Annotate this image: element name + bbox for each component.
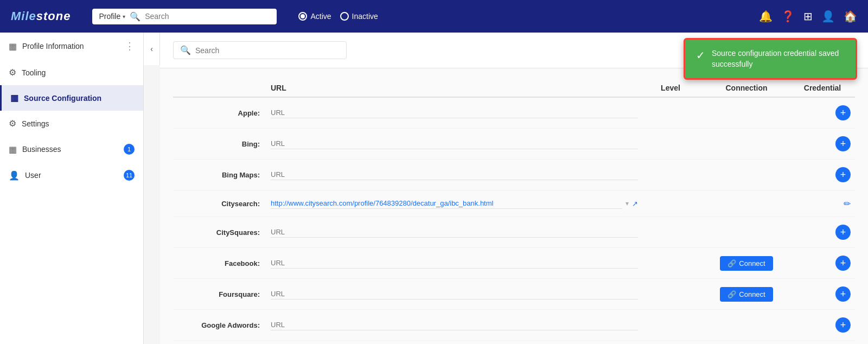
bell-icon[interactable]: 🔔: [759, 10, 773, 23]
url-input[interactable]: [271, 289, 638, 300]
source-name: Google Adwords:: [173, 321, 271, 329]
table-row: Foursquare: 🔗 Connect +: [173, 279, 855, 310]
add-credential-button[interactable]: +: [835, 286, 851, 302]
header-level: Level: [638, 84, 703, 92]
sidebar-item-profile-information[interactable]: ▦ Profile Information ⋮: [0, 33, 143, 60]
toast-check-icon: ✓: [696, 49, 705, 62]
connect-label: Connect: [739, 259, 765, 267]
table-header: URL Level Connection Credential: [173, 79, 855, 98]
add-credential-button[interactable]: +: [835, 136, 851, 151]
tooling-icon: ⚙: [9, 67, 16, 78]
businesses-badge: 1: [124, 144, 135, 155]
apps-icon[interactable]: ⊞: [803, 10, 813, 23]
source-config-icon: ▦: [10, 93, 18, 103]
header-credential: Credential: [790, 84, 855, 92]
credential-cell: +: [790, 286, 855, 302]
profile-dropdown[interactable]: Profile ▾: [99, 12, 125, 21]
table-row: Apple: +: [173, 98, 855, 129]
sidebar: ▦ Profile Information ⋮ ⚙ Tooling ▦ Sour…: [0, 33, 144, 344]
url-input[interactable]: [271, 258, 638, 269]
profile-information-icon: ▦: [9, 41, 17, 52]
credential-cell: +: [790, 317, 855, 333]
credential-cell: +: [790, 105, 855, 120]
dropdown-arrow-icon[interactable]: ▾: [626, 200, 629, 207]
sidebar-item-label: Profile Information: [22, 42, 84, 50]
settings-icon: ⚙: [9, 118, 16, 129]
sidebar-item-tooling[interactable]: ⚙ Tooling: [0, 60, 143, 85]
sidebar-item-settings[interactable]: ⚙ Settings: [0, 111, 143, 136]
url-cell: [271, 320, 638, 330]
connection-cell: 🔗 Connect: [703, 287, 790, 302]
table-row: Google Adwords: +: [173, 310, 855, 341]
active-label: Active: [310, 12, 331, 21]
table-row: Bing: +: [173, 129, 855, 160]
add-credential-button[interactable]: +: [835, 167, 851, 182]
sidebar-item-source-configuration[interactable]: ▦ Source Configuration: [0, 85, 143, 111]
url-input[interactable]: [271, 227, 638, 238]
sidebar-item-label: Settings: [22, 119, 49, 128]
source-name: Citysearch:: [173, 200, 271, 208]
user-account-icon[interactable]: 👤: [821, 10, 835, 23]
businesses-icon: ▦: [9, 144, 17, 155]
help-icon[interactable]: ❓: [781, 10, 795, 23]
profile-label: Profile: [99, 12, 120, 21]
source-name: Facebook:: [173, 259, 271, 267]
toast-notification: ✓ Source configuration credential saved …: [684, 38, 857, 80]
topnav: Milestone Profile ▾ 🔍 Active Inactive 🔔 …: [0, 0, 868, 33]
more-options-icon[interactable]: ⋮: [125, 40, 135, 52]
header-url: URL: [271, 84, 638, 92]
table-row: CitySquares: +: [173, 217, 855, 248]
sidebar-item-label: User: [25, 171, 41, 180]
url-actions: ▾ ↗: [626, 200, 638, 208]
connect-button[interactable]: 🔗 Connect: [720, 287, 773, 302]
connection-cell: 🔗 Connect: [703, 256, 790, 271]
url-cell: [271, 289, 638, 300]
connect-button[interactable]: 🔗 Connect: [720, 256, 773, 271]
sidebar-item-label: Tooling: [22, 68, 46, 77]
sidebar-item-businesses[interactable]: ▦ Businesses 1: [0, 136, 143, 162]
user-icon: 👤: [9, 170, 20, 181]
url-cell: [271, 227, 638, 238]
url-value: http://www.citysearch.com/profile/764839…: [271, 198, 622, 209]
url-cell: [271, 138, 638, 149]
add-credential-button[interactable]: +: [835, 225, 851, 240]
add-credential-button[interactable]: +: [835, 317, 851, 333]
add-credential-button[interactable]: +: [835, 105, 851, 120]
table-row: Citysearch: http://www.citysearch.com/pr…: [173, 190, 855, 217]
header-connection: Connection: [703, 84, 790, 92]
credential-cell: +: [790, 256, 855, 271]
url-cell: [271, 258, 638, 269]
connect-link-icon: 🔗: [727, 290, 736, 298]
url-input[interactable]: [271, 169, 638, 180]
search-input[interactable]: [195, 46, 336, 55]
active-radio[interactable]: Active: [298, 12, 331, 21]
search-bar: 🔍: [173, 41, 347, 59]
edit-credential-button[interactable]: ✏: [844, 199, 851, 209]
table-row: Bing Maps: +: [173, 160, 855, 190]
global-search-input[interactable]: [145, 12, 253, 21]
sidebar-item-label: Source Configuration: [24, 94, 101, 103]
search-bar-icon: 🔍: [180, 45, 191, 55]
url-input[interactable]: [271, 320, 638, 330]
url-input[interactable]: [271, 138, 638, 149]
source-name: Apple:: [173, 109, 271, 117]
source-name: Foursquare:: [173, 290, 271, 298]
inactive-radio[interactable]: Inactive: [340, 12, 378, 21]
source-name: CitySquares:: [173, 228, 271, 237]
header-source: [173, 84, 271, 92]
home-icon[interactable]: 🏠: [844, 10, 857, 23]
profile-search-area: Profile ▾ 🔍: [92, 9, 277, 24]
sidebar-item-user[interactable]: 👤 User 11: [0, 162, 143, 188]
url-input[interactable]: [271, 107, 638, 118]
credential-cell: +: [790, 136, 855, 151]
search-icon: 🔍: [130, 11, 141, 22]
add-credential-button[interactable]: +: [835, 256, 851, 271]
connect-label: Connect: [739, 290, 765, 298]
external-link-icon[interactable]: ↗: [632, 200, 638, 208]
table-row: Google Analytics: 🔗 Connect +: [173, 341, 855, 344]
source-name: Bing:: [173, 140, 271, 148]
collapse-icon: ‹: [150, 44, 153, 53]
connect-link-icon: 🔗: [727, 259, 736, 267]
sidebar-collapse-button[interactable]: ‹: [144, 33, 160, 65]
url-cell: [271, 107, 638, 118]
